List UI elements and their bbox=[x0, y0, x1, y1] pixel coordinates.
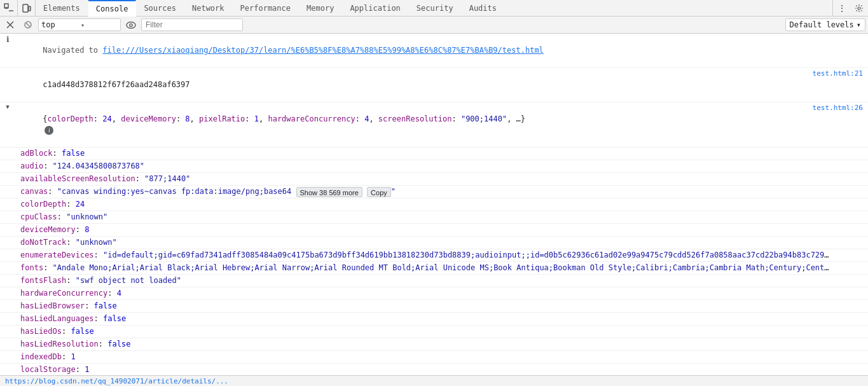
prop-row-cpuclass: cpuClass: "unknown" bbox=[0, 211, 868, 224]
tab-elements[interactable]: Elements bbox=[36, 0, 88, 16]
prop-row-fonts: fonts: "Andale Mono;Arial;Arial Black;Ar… bbox=[0, 262, 868, 275]
prop-row-fontsflash: fontsFlash: "swf object not loaded" bbox=[0, 275, 868, 287]
prop-row-hwconcurrency: hardwareConcurrency: 4 bbox=[0, 287, 868, 300]
bottom-link[interactable]: https://blog.csdn.net/qq_14902071/articl… bbox=[5, 377, 228, 385]
console-toolbar: top ▾ Default levels ▾ bbox=[0, 17, 868, 34]
tab-bar: Elements Console Sources Network Perform… bbox=[0, 0, 868, 17]
prop-row-audio: audio: "124.04345800873768" bbox=[0, 160, 868, 173]
svg-rect-0 bbox=[4, 4, 8, 8]
navigate-url[interactable]: file:///Users/xiaoqiang/Desktop/37/learn… bbox=[102, 46, 544, 55]
source-ref-2[interactable]: test.html:26 bbox=[813, 103, 868, 112]
tab-memory[interactable]: Memory bbox=[299, 0, 342, 16]
prop-row-adblock: adBlock: false bbox=[0, 148, 868, 160]
context-value: top bbox=[41, 20, 78, 29]
prop-row-colordepth: colorDepth: 24 bbox=[0, 198, 868, 211]
hash-content: c1ad448d378812f67f26aad248af6397 bbox=[13, 69, 813, 101]
navigate-content: Navigated to file:///Users/xiaoqiang/Des… bbox=[13, 34, 868, 67]
prop-cpuclass: cpuClass: "unknown" bbox=[18, 212, 868, 223]
bottom-bar: https://blog.csdn.net/qq_14902071/articl… bbox=[0, 375, 868, 386]
context-arrow: ▾ bbox=[81, 22, 118, 29]
navigate-prefix: Navigated to bbox=[43, 46, 102, 55]
context-selector[interactable]: top ▾ bbox=[38, 18, 121, 31]
prop-indexeddb: indexedDb: 1 bbox=[18, 352, 868, 362]
prop-hasliedos: hasLiedOs: false bbox=[18, 326, 868, 337]
copy-btn[interactable]: Copy bbox=[367, 187, 391, 197]
main-object-text: { bbox=[43, 114, 47, 123]
prop-donottrack: doNotTrack: "unknown" bbox=[18, 237, 868, 248]
tab-sources[interactable]: Sources bbox=[136, 0, 184, 16]
prop-row-hasliedres: hasLiedResolution: false bbox=[0, 338, 868, 351]
expand-icon[interactable]: ▼ bbox=[3, 103, 13, 110]
hash-value: c1ad448d378812f67f26aad248af6397 bbox=[43, 80, 189, 89]
tab-audits[interactable]: Audits bbox=[462, 0, 505, 16]
prop-row-localstorage: localStorage: 1 bbox=[0, 364, 868, 376]
tab-console[interactable]: Console bbox=[88, 0, 137, 17]
svg-point-11 bbox=[130, 24, 132, 26]
navigate-row: ℹ Navigated to file:///Users/xiaoqiang/D… bbox=[0, 34, 868, 68]
prop-devmem: deviceMemory: 8 bbox=[18, 224, 868, 235]
eye-btn[interactable] bbox=[123, 17, 139, 32]
svg-line-9 bbox=[26, 23, 30, 27]
prop-adblock: adBlock: false bbox=[18, 148, 868, 159]
prop-fontsflash: fontsFlash: "swf object not loaded" bbox=[18, 275, 868, 286]
prop-hwconcurrency: hardwareConcurrency: 4 bbox=[18, 288, 868, 299]
prop-row-canvas: canvas: "canvas winding:yes~canvas fp:da… bbox=[0, 186, 868, 198]
tab-application[interactable]: Application bbox=[342, 0, 408, 16]
prop-canvas: canvas: "canvas winding:yes~canvas fp:da… bbox=[18, 186, 868, 197]
prop-row-indexeddb: indexedDb: 1 bbox=[0, 351, 868, 364]
prop-row-devmem: deviceMemory: 8 bbox=[0, 224, 868, 237]
inspect-element-btn[interactable] bbox=[0, 0, 18, 16]
show-more-btn[interactable]: Show 38 569 more bbox=[296, 187, 362, 197]
prop-audio: audio: "124.04345800873768" bbox=[18, 161, 868, 172]
prop-hasliedres: hasLiedResolution: false bbox=[18, 339, 868, 350]
hash-icon bbox=[3, 69, 13, 69]
main-object-row: ▼ {colorDepth: 24, deviceMemory: 8, pixe… bbox=[0, 102, 868, 148]
tab-security[interactable]: Security bbox=[409, 0, 462, 16]
prop-hasliebrowser: hasLiedBrowser: false bbox=[18, 301, 868, 312]
prop-fonts: fonts: "Andale Mono;Arial;Arial Black;Ar… bbox=[18, 263, 832, 273]
prop-row-hasliedlang: hasLiedLanguages: false bbox=[0, 313, 868, 326]
levels-arrow: ▾ bbox=[857, 20, 861, 29]
prop-row-haslieddos: hasLiedOs: false bbox=[0, 326, 868, 338]
prop-localstorage: localStorage: 1 bbox=[18, 364, 868, 375]
tab-network[interactable]: Network bbox=[184, 0, 233, 16]
levels-label: Default levels bbox=[790, 20, 854, 29]
clear-console-btn[interactable] bbox=[3, 17, 18, 32]
more-tabs-btn[interactable]: ⋮ bbox=[832, 0, 850, 16]
stop-btn[interactable] bbox=[20, 17, 36, 32]
source-ref-1[interactable]: test.html:21 bbox=[813, 69, 868, 78]
svg-rect-4 bbox=[29, 6, 31, 11]
prop-enumdevices: enumerateDevices: "id=default;gid=c69fad… bbox=[18, 250, 832, 261]
levels-selector[interactable]: Default levels ▾ bbox=[785, 18, 865, 31]
svg-point-5 bbox=[858, 7, 860, 10]
prop-hasliedlang: hasLiedLanguages: false bbox=[18, 314, 868, 324]
navigate-icon: ℹ bbox=[3, 34, 13, 44]
hash-row: c1ad448d378812f67f26aad248af6397 test.ht… bbox=[0, 68, 868, 102]
svg-rect-3 bbox=[23, 4, 28, 12]
prop-row-hasliebrowser: hasLiedBrowser: false bbox=[0, 300, 868, 313]
prop-row-avscreenres: availableScreenResolution: "877;1440" bbox=[0, 173, 868, 186]
tab-performance[interactable]: Performance bbox=[233, 0, 299, 16]
settings-btn[interactable] bbox=[850, 0, 868, 16]
info-icon[interactable]: i bbox=[45, 126, 53, 135]
prop-row-enumdevices: enumerateDevices: "id=default;gid=c69fad… bbox=[0, 249, 868, 262]
prop-row-donottrack: doNotTrack: "unknown" bbox=[0, 237, 868, 249]
console-output: ℹ Navigated to file:///Users/xiaoqiang/D… bbox=[0, 34, 868, 386]
svg-point-10 bbox=[127, 22, 135, 28]
filter-input[interactable] bbox=[141, 18, 243, 31]
main-object-content[interactable]: {colorDepth: 24, deviceMemory: 8, pixelR… bbox=[13, 103, 813, 146]
device-toggle-btn[interactable] bbox=[18, 0, 36, 16]
prop-avscreenres: availableScreenResolution: "877;1440" bbox=[18, 174, 868, 184]
prop-colordepth: colorDepth: 24 bbox=[18, 199, 868, 210]
